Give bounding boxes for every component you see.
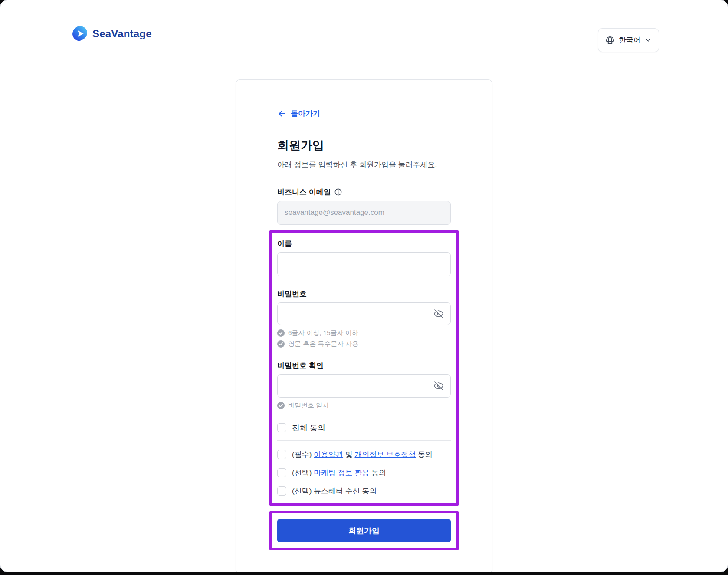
page-surface: SeaVantage 한국어 돌아가기 회원가입 아 xyxy=(0,0,728,572)
password-confirm-input[interactable] xyxy=(277,374,451,398)
eye-off-icon xyxy=(433,381,444,391)
signup-submit-button[interactable]: 회원가입 xyxy=(277,519,451,542)
back-link-label: 돌아가기 xyxy=(291,108,320,118)
email-label-row: 비즈니스 이메일 xyxy=(277,187,451,197)
arrow-left-icon xyxy=(277,109,287,118)
agreement-terms-row[interactable]: (필수) 이용약관 및 개인정보 보호정책 동의 xyxy=(277,450,451,460)
annotation-box-submit: 회원가입 xyxy=(269,511,459,550)
name-label: 이름 xyxy=(277,239,451,249)
page-subtitle: 아래 정보를 입력하신 후 회원가입을 눌러주세요. xyxy=(277,160,451,170)
check-circle-icon xyxy=(277,340,285,348)
name-field-group: 이름 xyxy=(277,239,451,276)
agreement-newsletter-label: (선택) 뉴스레터 수신 동의 xyxy=(292,486,377,496)
agreement-terms-checkbox[interactable] xyxy=(277,450,286,459)
agreement-text: 동의 xyxy=(416,450,433,459)
password-hint-length: 6글자 이상, 15글자 이하 xyxy=(277,329,451,337)
password-field-group: 비밀번호 xyxy=(277,289,451,348)
business-email-input xyxy=(277,201,451,225)
agreement-marketing-row[interactable]: (선택) 마케팅 정보 활용 동의 xyxy=(277,468,451,478)
agreement-marketing-checkbox[interactable] xyxy=(277,468,286,477)
info-icon[interactable] xyxy=(334,188,342,196)
password-visibility-toggle[interactable] xyxy=(433,308,444,319)
agreement-text: 및 xyxy=(343,450,354,459)
password-confirm-field-group: 비밀번호 확인 xyxy=(277,361,451,410)
agreement-text: 동의 xyxy=(370,469,387,477)
agreement-terms-label: (필수) 이용약관 및 개인정보 보호정책 동의 xyxy=(292,450,433,460)
terms-of-service-link[interactable]: 이용약관 xyxy=(314,450,343,459)
privacy-policy-link[interactable]: 개인정보 보호정책 xyxy=(355,450,416,459)
password-hint-length-text: 6글자 이상, 15글자 이하 xyxy=(288,329,358,337)
check-circle-icon xyxy=(277,329,285,337)
password-match-hint: 비밀번호 일치 xyxy=(277,401,451,410)
agreement-newsletter-row[interactable]: (선택) 뉴스레터 수신 동의 xyxy=(277,486,451,496)
password-confirm-label: 비밀번호 확인 xyxy=(277,361,451,371)
agreement-newsletter-checkbox[interactable] xyxy=(277,486,286,496)
password-match-hint-text: 비밀번호 일치 xyxy=(288,401,329,410)
globe-icon xyxy=(605,36,615,45)
agreement-text: (선택) xyxy=(292,469,314,477)
password-hint-charset: 영문 혹은 특수문자 사용 xyxy=(277,340,451,348)
agreement-marketing-label: (선택) 마케팅 정보 활용 동의 xyxy=(292,468,386,478)
annotation-box-form: 이름 비밀번호 xyxy=(269,230,459,506)
signup-card: 돌아가기 회원가입 아래 정보를 입력하신 후 회원가입을 눌러주세요. 비즈니… xyxy=(236,79,492,572)
check-circle-icon xyxy=(277,402,285,409)
brand-name: SeaVantage xyxy=(92,28,152,40)
agreement-text: (선택) 뉴스레터 수신 동의 xyxy=(292,487,377,495)
brand-logo: SeaVantage xyxy=(72,26,152,42)
agree-all-checkbox[interactable] xyxy=(277,423,286,432)
language-label: 한국어 xyxy=(619,35,641,45)
agreement-text: (필수) xyxy=(292,450,314,459)
agree-all-label: 전체 동의 xyxy=(292,423,325,433)
eye-off-icon xyxy=(433,309,444,319)
password-input[interactable] xyxy=(277,302,451,325)
email-label: 비즈니스 이메일 xyxy=(277,187,331,197)
agreements-divider xyxy=(277,440,451,441)
language-selector[interactable]: 한국어 xyxy=(598,28,659,52)
chevron-down-icon xyxy=(645,37,652,44)
name-input[interactable] xyxy=(277,252,451,276)
password-confirm-visibility-toggle[interactable] xyxy=(433,380,444,391)
page-title: 회원가입 xyxy=(277,138,451,153)
agree-all-checkbox-row[interactable]: 전체 동의 xyxy=(277,423,451,433)
marketing-info-link[interactable]: 마케팅 정보 활용 xyxy=(314,469,369,477)
seavantage-logo-icon xyxy=(72,26,88,42)
password-label: 비밀번호 xyxy=(277,289,451,299)
password-hint-charset-text: 영문 혹은 특수문자 사용 xyxy=(288,340,359,348)
back-link[interactable]: 돌아가기 xyxy=(277,108,320,118)
